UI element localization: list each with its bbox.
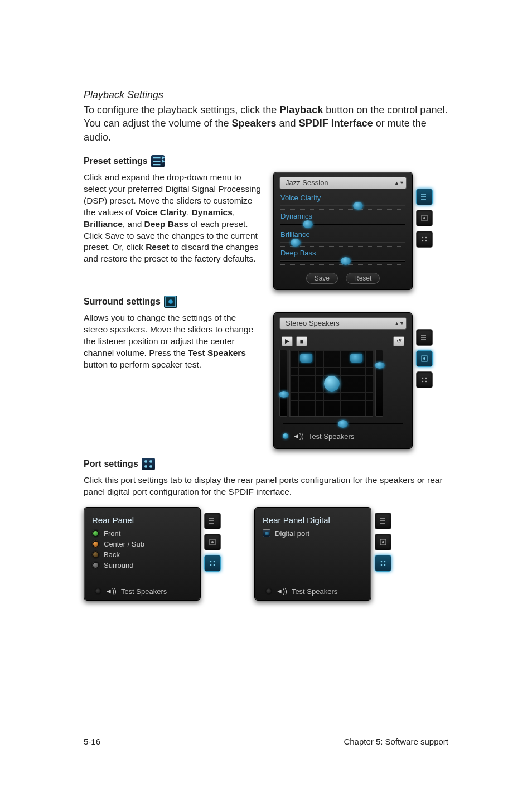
tab-preset-icon[interactable]: [375, 513, 391, 529]
chapter-label: Chapter 5: Software support: [344, 737, 448, 746]
preset-heading-row: Preset settings: [84, 155, 448, 167]
balance-slider[interactable]: [283, 420, 403, 428]
svg-point-11: [425, 378, 427, 379]
svg-point-13: [425, 381, 427, 383]
page-number: 5-16: [84, 737, 100, 746]
test-speakers-label: Test Speakers: [308, 432, 354, 441]
loop-button[interactable]: ↺: [393, 336, 404, 346]
slider-label-voice-clarity: Voice Clarity: [280, 194, 405, 202]
svg-point-26: [381, 561, 383, 562]
tab-port-icon[interactable]: [204, 555, 221, 572]
stop-button[interactable]: ■: [296, 336, 307, 346]
port-item-digital: Digital port: [263, 528, 365, 539]
preset-tab-icon: [151, 155, 165, 167]
slider-thumb[interactable]: [291, 239, 301, 247]
preset-dropdown[interactable]: Jazz Session ▲▼: [279, 177, 407, 189]
jack-icon: [92, 562, 99, 569]
tab-port-icon[interactable]: [416, 231, 433, 248]
tab-surround-icon[interactable]: [375, 534, 391, 550]
slider-label-deep-bass: Deep Bass: [280, 249, 405, 257]
jack-icon: [92, 530, 99, 537]
slider-label-dynamics: Dynamics: [280, 212, 405, 220]
svg-point-20: [210, 561, 212, 562]
tab-preset-icon[interactable]: [416, 189, 433, 205]
svg-point-16: [144, 465, 147, 468]
slider-thumb[interactable]: [338, 420, 348, 428]
digital-port-icon: [263, 529, 270, 537]
play-button[interactable]: ▶: [282, 336, 293, 346]
test-speakers-row[interactable]: ◄)) Test Speakers: [279, 430, 407, 441]
slider-brilliance[interactable]: [280, 239, 405, 247]
slider-label-brilliance: Brilliance: [280, 230, 405, 239]
surround-heading: Surround settings: [84, 297, 161, 307]
slider-voice-clarity[interactable]: [280, 202, 405, 210]
svg-point-4: [422, 240, 424, 242]
slider-thumb[interactable]: [303, 220, 313, 228]
slider-thumb[interactable]: [279, 391, 289, 398]
speaker-position-grid[interactable]: [289, 350, 373, 417]
intro-paragraph: To configure the playback settings, clic…: [84, 103, 448, 144]
rear-side-tabs: [204, 507, 221, 601]
svg-point-27: [384, 561, 386, 562]
svg-point-17: [149, 465, 152, 468]
save-button[interactable]: Save: [306, 273, 338, 284]
left-volume-slider[interactable]: [279, 350, 287, 417]
test-speakers-row[interactable]: ◄)) Test Speakers: [263, 585, 365, 596]
port-tab-icon: [142, 458, 155, 470]
preset-panel-container: Jazz Session ▲▼ Voice Clarity Dynamics B…: [273, 172, 433, 290]
preset-description: Click and expand the drop-down menu to s…: [84, 172, 262, 265]
svg-point-22: [210, 564, 212, 566]
test-speakers-row[interactable]: ◄)) Test Speakers: [92, 585, 195, 596]
surround-panel: Stereo Speakers ▲▼ ▶ ■ ↺: [273, 312, 413, 449]
svg-point-5: [425, 240, 427, 242]
tab-port-icon[interactable]: [416, 371, 433, 388]
svg-point-29: [384, 564, 386, 566]
speaker-icon: ◄)): [105, 587, 117, 595]
right-volume-slider[interactable]: [375, 350, 383, 417]
speaker-left-icon: [300, 354, 312, 363]
rear-digital-title: Rear Panel Digital: [263, 515, 365, 525]
surround-heading-row: Surround settings: [84, 296, 448, 308]
digital-port-list: Digital port: [263, 528, 365, 585]
speaker-right-icon: [350, 354, 362, 363]
jack-icon: [92, 551, 99, 558]
svg-point-19: [211, 541, 214, 543]
svg-point-3: [425, 237, 427, 239]
tab-preset-icon[interactable]: [416, 329, 433, 346]
tab-surround-icon[interactable]: [416, 350, 433, 367]
slider-thumb[interactable]: [353, 202, 363, 210]
rear-panel-title: Rear Panel: [92, 515, 195, 525]
tab-surround-icon[interactable]: [204, 534, 221, 550]
svg-point-9: [423, 357, 425, 360]
rear-digital-container: Rear Panel Digital Digital port ◄)) Test…: [254, 507, 391, 601]
preset-panel: Jazz Session ▲▼ Voice Clarity Dynamics B…: [273, 172, 413, 290]
led-icon: [95, 588, 101, 594]
rear-digital-card: Rear Panel Digital Digital port ◄)) Test…: [254, 507, 371, 601]
slider-thumb[interactable]: [341, 257, 351, 265]
section-title: Playback Settings: [84, 89, 448, 101]
listener-position-handle[interactable]: [324, 376, 340, 392]
svg-point-25: [382, 541, 384, 543]
dropdown-arrows-icon: ▲▼: [395, 322, 404, 325]
slider-deep-bass[interactable]: [280, 257, 405, 265]
surround-dropdown-value: Stereo Speakers: [286, 319, 340, 327]
tab-surround-icon[interactable]: [416, 210, 433, 226]
jack-icon: [92, 540, 99, 548]
slider-dynamics[interactable]: [280, 220, 405, 228]
tab-port-icon[interactable]: [375, 555, 391, 572]
surround-tab-icon: [164, 296, 177, 308]
port-heading-row: Port settings: [84, 458, 448, 470]
tab-preset-icon[interactable]: [204, 513, 221, 529]
surround-dropdown[interactable]: Stereo Speakers ▲▼: [279, 317, 407, 330]
svg-point-7: [168, 299, 173, 304]
svg-point-10: [422, 378, 424, 379]
slider-thumb[interactable]: [375, 362, 385, 369]
port-item-surround: Surround: [92, 560, 195, 571]
led-icon: [266, 588, 272, 594]
svg-point-12: [422, 381, 424, 383]
port-item-back: Back: [92, 549, 195, 560]
preset-dropdown-value: Jazz Session: [286, 178, 328, 187]
port-list: Front Center / Sub Back Surround: [92, 528, 195, 585]
reset-button[interactable]: Reset: [346, 273, 380, 284]
test-speakers-label: Test Speakers: [292, 587, 337, 596]
